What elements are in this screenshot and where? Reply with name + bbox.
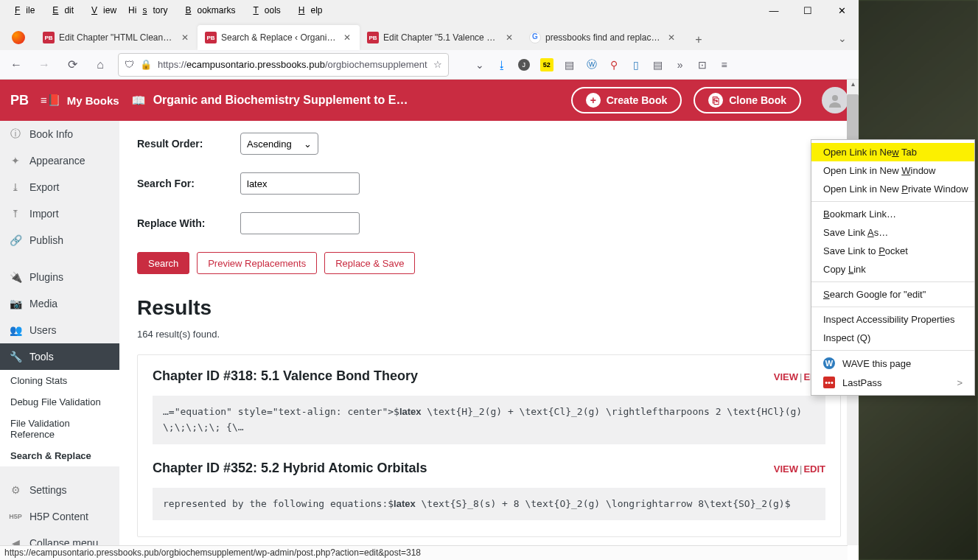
tab-title: Search & Replace ‹ Organic and [221, 32, 338, 43]
sidebar-item-appearance[interactable]: ✦Appearance [0, 147, 119, 174]
admin-sidebar: ⓘBook Info✦Appearance⤓Export⤒Import🔗Publ… [0, 121, 119, 560]
sidebar-icon: 🔗 [9, 234, 22, 247]
sidebar-icon: ⤒ [9, 207, 22, 220]
new-tab-button[interactable]: + [688, 29, 709, 50]
create-book-button[interactable]: + Create Book [571, 87, 682, 113]
book-title[interactable]: 📖 Organic and Biochemistry Supplement to… [131, 94, 559, 108]
context-label: Open Link in New Window [823, 165, 935, 176]
tabs-overflow-icon[interactable]: ⌄ [838, 32, 847, 50]
close-tab-icon[interactable]: ✕ [504, 32, 514, 43]
forward-button[interactable]: → [34, 55, 55, 75]
menu-help[interactable]: Help [287, 2, 329, 18]
bookmark-star-icon[interactable]: ☆ [433, 59, 442, 70]
sidebar-sub-debug-file-validation[interactable]: Debug File Validation [0, 391, 119, 413]
context-item[interactable]: Open Link in New Private Window [811, 180, 974, 198]
tab-title: pressbooks find and replace too [545, 32, 662, 43]
menu-file[interactable]: File [3, 2, 41, 18]
close-tab-icon[interactable]: ✕ [342, 32, 352, 43]
replace-with-input[interactable] [240, 212, 360, 234]
menu-edit[interactable]: Edit [41, 2, 80, 18]
url-text: https://ecampusontario.pressbooks.pub/or… [158, 59, 427, 70]
os-menu-bar: File Edit View History Bookmarks Tools H… [0, 0, 859, 21]
ext-badge-icon[interactable]: 52 [540, 58, 553, 71]
wave-ext-icon[interactable]: ⓦ [586, 59, 598, 71]
download-icon[interactable]: ⭳ [496, 59, 508, 71]
context-item[interactable]: WWAVE this page [811, 354, 974, 373]
result-order-select[interactable]: Ascending⌄ [240, 133, 318, 155]
reload-button[interactable]: ⟳ [62, 55, 83, 75]
sidebar-icon: ⚙ [9, 483, 22, 497]
sidebar-item-media[interactable]: 📷Media [0, 290, 119, 317]
replace-save-button[interactable]: Replace & Save [324, 252, 415, 274]
pb-logo[interactable]: PB [10, 93, 29, 108]
overflow-icon[interactable]: » [674, 59, 686, 71]
back-button[interactable]: ← [6, 55, 27, 75]
toolbar-extensions: ⌄ ⭳ J 52 ▤ ⓦ ⚲ ▯ ▤ » ⊡ ≡ [474, 58, 730, 71]
maximize-button[interactable]: ☐ [791, 0, 825, 21]
browser-tab[interactable]: PBEdit Chapter "HTML Cleanup" ‹✕ [35, 25, 198, 50]
hamburger-menu-icon[interactable]: ≡ [719, 59, 730, 71]
ext-icon-4[interactable]: ▯ [630, 59, 642, 71]
home-button[interactable]: ⌂ [90, 55, 111, 75]
search-button[interactable]: Search [137, 252, 189, 274]
context-item[interactable]: Save Link As… [811, 223, 974, 242]
ext-icon-5[interactable]: ▤ [652, 59, 664, 71]
sidebar-item-plugins[interactable]: 🔌Plugins [0, 264, 119, 290]
address-bar[interactable]: 🛡 🔒 https://ecampusontario.pressbooks.pu… [118, 53, 449, 77]
menu-tools[interactable]: Tools [241, 2, 286, 18]
person-icon [828, 93, 842, 108]
context-item[interactable]: Open Link in New Tab [811, 143, 974, 161]
sidebar-item-book-info[interactable]: ⓘBook Info [0, 121, 119, 147]
user-avatar[interactable] [822, 87, 848, 113]
ext-icon-1[interactable]: J [518, 59, 530, 71]
sidebar-item-settings[interactable]: ⚙Settings [0, 477, 119, 503]
sidebar-label: Publish [29, 234, 63, 246]
main-content: Result Order: Ascending⌄ Search For: Rep… [119, 121, 859, 560]
sidebar-sub-search-replace[interactable]: Search & Replace [0, 445, 119, 466]
ext-icon-2[interactable]: ▤ [564, 59, 576, 71]
context-item[interactable]: Bookmark Link… [811, 205, 974, 223]
my-books-link[interactable]: ≡📕 My Books [41, 94, 119, 107]
ext-icon-3[interactable]: ⚲ [608, 59, 620, 71]
view-link[interactable]: VIEW [774, 371, 798, 382]
clone-icon: ⎘ [708, 93, 723, 108]
sidebar-item-publish[interactable]: 🔗Publish [0, 227, 119, 253]
pocket-icon[interactable]: ⌄ [474, 59, 486, 71]
menu-view[interactable]: View [80, 2, 122, 18]
context-item[interactable]: Search Google for "edit" [811, 285, 974, 304]
context-item[interactable]: Copy Link [811, 260, 974, 279]
tab-title: Edit Chapter "5.1 Valence Bond [383, 32, 500, 43]
sidebar-item-h5p-content[interactable]: H5PH5P Content [0, 503, 119, 530]
tab-favicon: PB [367, 32, 379, 43]
sidebar-sub-cloning-stats[interactable]: Cloning Stats [0, 370, 119, 391]
edit-link[interactable]: EDIT [803, 463, 825, 475]
preview-button[interactable]: Preview Replacements [197, 252, 317, 274]
close-tab-icon[interactable]: ✕ [180, 32, 190, 43]
context-item[interactable]: Save Link to Pocket [811, 242, 974, 260]
browser-tab[interactable]: PBEdit Chapter "5.1 Valence Bond✕ [360, 25, 522, 50]
browser-tab[interactable]: PBSearch & Replace ‹ Organic and✕ [198, 25, 360, 50]
context-separator [811, 281, 974, 282]
context-label: Open Link in New Tab [823, 147, 917, 158]
close-window-button[interactable]: ✕ [825, 0, 859, 21]
search-for-input[interactable] [240, 172, 360, 195]
menu-bookmarks[interactable]: Bookmarks [173, 2, 241, 18]
context-item[interactable]: Inspect Accessibility Properties [811, 310, 974, 329]
context-item[interactable]: •••LastPass> [811, 373, 974, 392]
view-link[interactable]: VIEW [774, 463, 798, 475]
sidebar-sub-file-validation-reference[interactable]: File Validation Reference [0, 413, 119, 445]
clone-book-button[interactable]: ⎘ Clone Book [694, 87, 801, 113]
sidebar-item-users[interactable]: 👥Users [0, 317, 119, 343]
sidebar-label: Plugins [29, 271, 63, 283]
minimize-button[interactable]: — [757, 0, 791, 21]
sidebar-item-tools[interactable]: 🔧Tools [0, 343, 119, 370]
close-tab-icon[interactable]: ✕ [666, 32, 677, 43]
sidebar-icon: ✦ [9, 154, 22, 167]
sidebar-item-export[interactable]: ⤓Export [0, 174, 119, 200]
context-item[interactable]: Inspect (Q) [811, 329, 974, 347]
ext-icon-6[interactable]: ⊡ [696, 59, 708, 71]
context-item[interactable]: Open Link in New Window [811, 161, 974, 180]
browser-tab[interactable]: pressbooks find and replace too✕ [522, 25, 684, 50]
sidebar-item-import[interactable]: ⤒Import [0, 200, 119, 227]
menu-history[interactable]: History [122, 2, 173, 18]
